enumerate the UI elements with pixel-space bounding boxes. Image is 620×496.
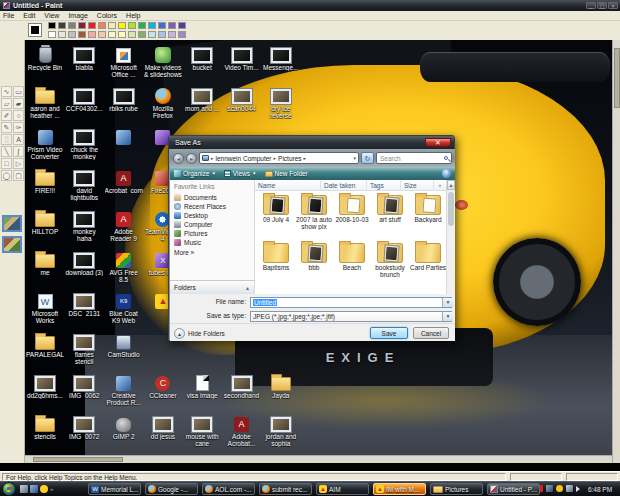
horizontal-scrollbar[interactable] [25,455,612,463]
save-type-dropdown-icon[interactable]: ▼ [442,312,453,321]
desktop-icon-visa-image[interactable]: visa image [183,371,221,399]
desktop-icon-gimp-2[interactable]: GIMP 2 [105,412,143,440]
forward-button[interactable]: ▸ [186,153,197,164]
desktop-icon-david-lightbulbs[interactable]: david lightbulbs [65,166,103,201]
views-button[interactable]: Views ▼ [224,170,257,177]
folder-tile-2007-la-auto-show-pix[interactable]: 2007 la auto show pix [296,195,332,230]
desktop-icon-recycle-bin[interactable]: Recycle Bin [26,43,64,71]
network-tray-icon[interactable] [566,485,573,492]
switch-windows-icon[interactable] [30,485,38,493]
favorite-link-pictures[interactable]: Pictures [174,229,254,238]
color-swatch[interactable] [158,31,166,38]
menu-colors[interactable]: Colors [97,12,117,19]
vertical-scrollbar[interactable] [612,40,620,463]
back-button[interactable]: ◂ [173,153,184,164]
show-desktop-icon[interactable] [20,485,28,493]
desktop-icon-secondhand[interactable]: secondhand [223,371,261,399]
free-form-select-tool[interactable]: ∿ [1,86,12,97]
organize-button[interactable]: Organize ▼ [174,170,216,177]
color-swatch[interactable] [168,31,176,38]
favorite-link-desktop[interactable]: Desktop [174,211,254,220]
eraser-tool[interactable]: ▱ [1,98,12,109]
address-dropdown-icon[interactable]: ▾ [353,155,356,161]
airbrush-tool[interactable]: ░ [1,134,12,145]
desktop-icon-blabla[interactable]: blabla [65,43,103,71]
text-tool[interactable]: A [13,134,24,145]
curve-tool[interactable]: ∫ [13,146,24,157]
folder-tile-2008-10-03[interactable]: 2008-10-03 [334,195,370,223]
current-color-box[interactable] [28,23,42,37]
desktop-icon-flames-stencil[interactable]: flames stencil [65,330,103,365]
color-swatch[interactable] [68,31,76,38]
folder-tile-backyard[interactable]: Backyard [410,195,446,223]
desktop-icon-camstudio[interactable]: CamStudio [105,330,143,358]
color-swatch[interactable] [158,22,166,29]
color-swatch[interactable] [138,22,146,29]
desktop-icon-mouse-with-cane[interactable]: mouse with cane [183,412,221,447]
desktop-icon-prism-video-converter[interactable]: Prism Video Converter [26,125,64,160]
magnifier-tool[interactable]: ○ [13,110,24,121]
menu-view[interactable]: View [44,12,59,19]
color-swatch[interactable] [178,31,186,38]
menu-file[interactable]: File [3,12,14,19]
hide-folders-button[interactable]: ▲ Hide Folders [174,328,225,339]
column-header-name[interactable]: Name [255,180,321,191]
maximize-button[interactable]: ▢ [597,2,607,9]
color-swatch[interactable] [148,31,156,38]
line-tool[interactable]: ╲ [1,146,12,157]
cancel-button[interactable]: Cancel [413,327,449,339]
favorite-link-music[interactable]: Music [174,238,254,247]
folder-tile-baptisms[interactable]: Baptisms [258,243,294,271]
taskbar-button-pictures[interactable]: Pictures [430,483,483,495]
file-name-input[interactable]: Untitled [250,297,452,308]
color-swatch[interactable] [88,31,96,38]
desktop-icon-microsoft-office[interactable]: Microsoft Office ... [105,43,143,78]
taskbar-button-submit-rec[interactable]: submit rec... [259,483,312,495]
menu-image[interactable]: Image [68,12,87,19]
minimize-button[interactable]: _ [586,2,596,9]
desktop-icon-scan0044[interactable]: scan0044 [223,84,261,112]
desktop-icon-img-0062[interactable]: IMG_0062 [65,371,103,399]
desktop-icon-chuck-the-monkey[interactable]: chuck the monkey [65,125,103,160]
menu-help[interactable]: Help [126,12,140,19]
menu-edit[interactable]: Edit [23,12,35,19]
polygon-tool[interactable]: ▷ [13,158,24,169]
color-swatch[interactable] [118,31,126,38]
address-breadcrumb[interactable]: ▸ lennwein Computer ▸ Pictures ▸ ▾ [199,152,359,164]
desktop-icon-rbiks-rube[interactable]: rbiks rube [105,84,143,112]
desktop-icon-stencils[interactable]: stencils [26,412,64,440]
column-header-size[interactable]: Size [401,180,434,191]
desktop-icon-dry-ice-reverse[interactable]: dry ice reverse [262,84,300,119]
taskbar-button-aim[interactable]: ▲AIM [316,483,369,495]
vertical-scrollbar-thumb[interactable] [614,48,620,108]
color-swatch[interactable] [108,22,116,29]
desktop-icon-dd-jesus[interactable]: dd jesus [144,412,182,440]
tool-option-thumbnail[interactable] [2,236,22,253]
volume-tray-icon[interactable] [576,486,580,492]
color-swatch[interactable] [98,31,106,38]
desktop-icon-jayda[interactable]: Jayda [262,371,300,399]
color-swatch[interactable] [88,22,96,29]
favorite-link-computer[interactable]: Computer [174,220,254,229]
taskbar-clock[interactable]: 6:48 PM [583,482,617,496]
color-swatch[interactable] [48,22,56,29]
color-swatch[interactable] [168,22,176,29]
favorite-link-recent-places[interactable]: Recent Places [174,202,254,211]
select-tool[interactable]: ▭ [13,86,24,97]
color-swatch[interactable] [98,22,106,29]
color-swatch[interactable] [148,22,156,29]
desktop-icon-app-blue[interactable] [105,125,143,146]
horizontal-scrollbar-thumb[interactable] [33,457,123,462]
close-button[interactable]: × [608,2,618,9]
moon-tray-icon[interactable] [556,485,563,492]
desktop-icon-blue-coat-k9-web-prote[interactable]: K9Blue Coat K9 Web Prote... [105,289,143,324]
desktop-icon-aaron-and-heather[interactable]: aaron and heather ... [26,84,64,119]
list-scrollbar[interactable]: ▲ [446,180,455,294]
desktop-icon-dsc-2131[interactable]: DSC_2131 [65,289,103,317]
new-folder-button[interactable]: New Folder [265,170,308,177]
folder-tile-bookstudy-brunch[interactable]: bookstudy brunch [372,243,408,278]
desktop-icon-mom-and[interactable]: mom and ... [183,84,221,112]
color-swatch[interactable] [58,22,66,29]
folder-tile-09-july-4[interactable]: 09 July 4 [258,195,294,223]
file-name-dropdown-icon[interactable]: ▼ [442,298,453,307]
